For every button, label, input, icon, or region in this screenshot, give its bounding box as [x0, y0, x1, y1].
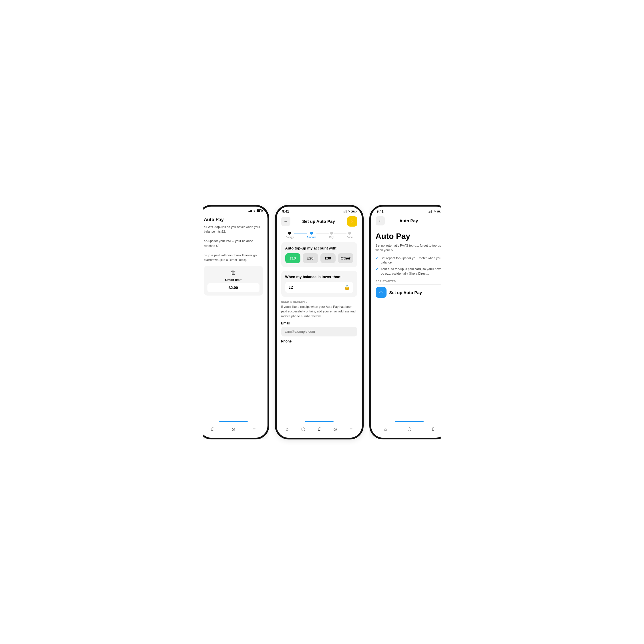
- credit-card: 🗑 Credit limit £2.00: [204, 266, 263, 296]
- center-nav-header: ← Set up Auto Pay ⚡: [277, 215, 362, 229]
- left-content: Auto Pay c PAYG top-ups so you never whe…: [199, 214, 267, 421]
- right-nav-payment[interactable]: £: [432, 427, 435, 432]
- center-nav-payment[interactable]: £: [318, 427, 321, 432]
- right-nav-home[interactable]: ⌂: [384, 427, 387, 432]
- step-line-3: [334, 233, 346, 233]
- feature-text-1: Set repeat top-ups for yo... meter when …: [381, 256, 443, 265]
- receipt-section: NEED A RECEIPT? If you'd like a receipt …: [281, 300, 357, 347]
- email-input[interactable]: [281, 327, 357, 336]
- feature-text-2: Your auto top-up is paid card, so you'll…: [381, 267, 443, 276]
- left-bottom-nav: £ ⊙ ≡: [199, 424, 267, 438]
- step-line-1: [294, 233, 307, 233]
- nav-item-menu[interactable]: ≡: [253, 427, 255, 432]
- receipt-desc: If you'd like a receipt when your Auto P…: [281, 304, 357, 319]
- activity-icon: ⬡: [301, 427, 305, 432]
- balance-card-title: When my balance is lower than:: [285, 275, 353, 279]
- menu-icon: ≡: [253, 427, 255, 432]
- right-activity-icon: ⬡: [407, 427, 411, 432]
- center-payment-icon: £: [318, 427, 321, 432]
- stepper: Energy Amount Pay Done: [277, 229, 362, 242]
- balance-card: When my balance is lower than: £2 🔒: [281, 271, 357, 297]
- amount-btn-other[interactable]: Other: [338, 253, 353, 263]
- receipt-section-label: NEED A RECEIPT?: [281, 300, 357, 303]
- center-status-icons: ∿: [343, 210, 356, 213]
- center-nav-help[interactable]: ⊙: [333, 427, 337, 432]
- signal-icon: [248, 209, 252, 212]
- left-status-icons: ∿: [248, 209, 262, 213]
- right-time: 9:41: [377, 209, 384, 213]
- step-pay: Pay: [329, 232, 334, 239]
- center-content: Auto top-up my account with: £10 £20 £30…: [277, 242, 362, 421]
- phone-center: 9:41 ∿ ← Set up Auto Pay ⚡: [275, 205, 364, 439]
- phone-label: Phone: [281, 339, 357, 343]
- nav-item-help[interactable]: ⊙: [231, 427, 235, 432]
- delete-icon[interactable]: 🗑: [231, 269, 236, 276]
- right-status-icons: ∿: [429, 210, 442, 213]
- center-signal-icon: [343, 210, 346, 213]
- step-label-amount: Amount: [307, 236, 316, 239]
- amount-btn-30[interactable]: £30: [320, 253, 336, 263]
- center-nav-title: Set up Auto Pay: [302, 219, 335, 224]
- left-page-title: Auto Pay: [204, 217, 263, 222]
- center-battery-icon: [351, 210, 356, 213]
- autopay-desc: Set up automatic PAYG top-u... forget to…: [376, 243, 443, 253]
- center-wifi-icon: ∿: [348, 210, 350, 213]
- home-icon: ⌂: [286, 427, 289, 432]
- amount-btn-10[interactable]: £10: [285, 253, 301, 263]
- amount-card-title: Auto top-up my account with:: [285, 246, 353, 250]
- setup-autopay-button[interactable]: ∞ Set up Auto Pay: [376, 287, 443, 298]
- credit-limit-label: Credit limit: [225, 278, 241, 282]
- lock-icon: 🔒: [344, 285, 350, 290]
- step-energy: Energy: [286, 232, 294, 239]
- center-nav-home[interactable]: ⌂: [286, 427, 289, 432]
- left-desc1: c PAYG top-ups so you never when your ba…: [204, 225, 263, 262]
- center-time: 9:41: [282, 209, 289, 213]
- balance-row: £2 🔒: [285, 282, 353, 293]
- canvas: ∿ Auto Pay c PAYG top-ups so you never w…: [179, 179, 465, 465]
- left-status-bar: ∿: [199, 207, 267, 214]
- right-content: Auto Pay Set up automatic PAYG top-u... …: [371, 228, 448, 421]
- step-dot-energy: [288, 232, 291, 235]
- right-nav-activity[interactable]: ⬡: [407, 427, 411, 432]
- lightning-button[interactable]: ⚡: [347, 216, 357, 227]
- right-bottom-nav: ⌂ ⬡ £: [371, 424, 448, 438]
- right-battery-icon: [437, 210, 442, 213]
- check-icon-2: ✔: [376, 267, 379, 271]
- step-label-pay: Pay: [329, 236, 334, 239]
- right-back-button[interactable]: ←: [376, 216, 385, 225]
- payment-icon: £: [211, 427, 214, 432]
- back-button[interactable]: ←: [281, 217, 290, 226]
- nav-item-payment[interactable]: £: [211, 427, 214, 432]
- center-nav-activity[interactable]: ⬡: [301, 427, 305, 432]
- step-dot-done: [348, 232, 351, 235]
- amount-btn-20[interactable]: £20: [303, 253, 318, 263]
- right-nav-header: ← Auto Pay: [371, 215, 448, 228]
- step-line-2: [316, 233, 329, 233]
- credit-value: £2.00: [207, 283, 259, 292]
- step-dot-amount: [310, 232, 313, 235]
- phone-right: 9:41 ∿ ← Auto Pay Auto Pay Set up automa…: [369, 205, 449, 439]
- right-nav-title: Auto Pay: [399, 218, 418, 223]
- right-wifi-icon: ∿: [433, 210, 436, 213]
- feature-item-1: ✔ Set repeat top-ups for yo... meter whe…: [376, 256, 443, 265]
- left-bottom-indicator: [219, 421, 248, 422]
- check-icon-1: ✔: [376, 256, 379, 260]
- center-menu-icon: ≡: [350, 427, 352, 432]
- amount-card: Auto top-up my account with: £10 £20 £30…: [281, 242, 357, 267]
- right-signal-icon: [429, 210, 432, 213]
- center-nav-menu[interactable]: ≡: [350, 427, 352, 432]
- wifi-icon: ∿: [253, 209, 255, 213]
- autopay-hero-title: Auto Pay: [376, 232, 443, 241]
- lightning-icon: ⚡: [349, 219, 355, 224]
- step-amount: Amount: [307, 232, 316, 239]
- balance-value: £2: [289, 285, 293, 290]
- help-icon: ⊙: [231, 427, 235, 432]
- step-dot-pay: [330, 232, 333, 235]
- right-payment-icon: £: [432, 427, 435, 432]
- center-help-icon: ⊙: [333, 427, 337, 432]
- step-label-done: Done: [346, 236, 353, 239]
- phone-left: ∿ Auto Pay c PAYG top-ups so you never w…: [198, 205, 269, 439]
- amount-options: £10 £20 £30 Other: [285, 253, 353, 263]
- infinity-icon: ∞: [376, 287, 387, 298]
- center-bottom-indicator: [305, 421, 334, 422]
